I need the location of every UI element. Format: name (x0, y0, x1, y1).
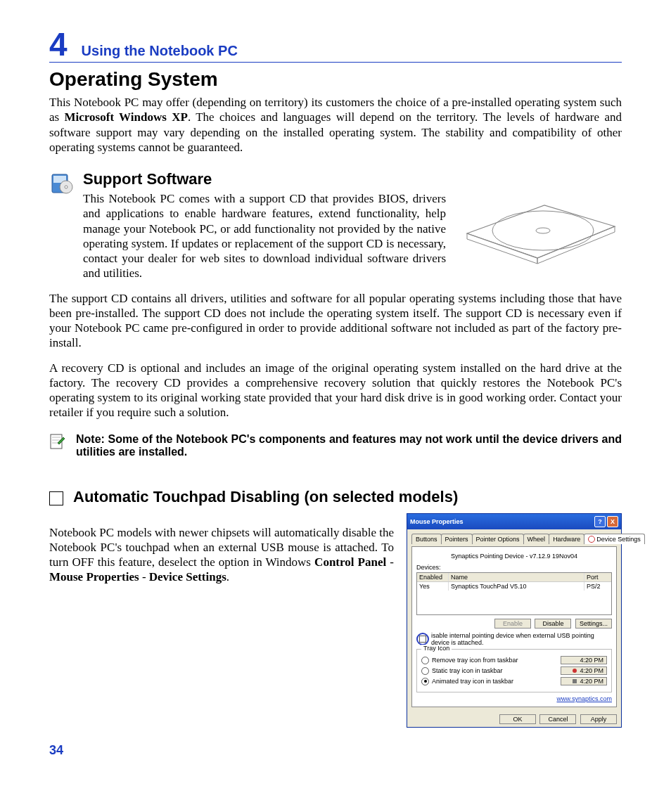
section-heading: Operating System (49, 68, 622, 91)
col-port: Port (584, 573, 611, 581)
page-number: 34 (49, 743, 622, 758)
subsection-heading: Automatic Touchpad Disabling (on selecte… (73, 488, 458, 506)
highlight-circle-icon (416, 633, 429, 645)
body-paragraph: A recovery CD is optional and includes a… (49, 361, 622, 420)
tab-pane: Synaptics Pointing Device - v7.12.9 19No… (411, 546, 617, 707)
help-button[interactable]: ? (594, 516, 606, 527)
cd-tray-illustration (460, 191, 622, 271)
col-enabled: Enabled (417, 573, 449, 581)
group-legend: Tray Icon (421, 645, 452, 652)
checkbox-label: isable internal pointing device when ext… (431, 632, 612, 646)
apply-button[interactable]: Apply (580, 714, 617, 724)
chapter-title: Using the Notebook PC (82, 43, 238, 59)
tray-option-remove[interactable]: Remove tray icon from taskbar 4:20 PM (421, 656, 607, 664)
enable-button[interactable]: Enable (494, 619, 531, 629)
close-button[interactable]: X (607, 516, 618, 527)
radio-button[interactable] (421, 667, 429, 675)
dialog-title: Mouse Properties (410, 518, 593, 525)
dialog-footer: OK Cancel Apply (407, 711, 621, 727)
radio-button[interactable] (421, 678, 429, 685)
dialog-titlebar[interactable]: Mouse Properties ? X (407, 514, 621, 529)
tray-option-static[interactable]: Static tray icon in taskbar 4:20 PM (421, 666, 607, 675)
tab-pointer-options[interactable]: Pointer Options (472, 534, 524, 545)
svg-rect-11 (573, 679, 577, 683)
checkbox[interactable] (419, 636, 426, 643)
tab-pointers[interactable]: Pointers (441, 534, 473, 545)
static-tray-icon (572, 668, 577, 674)
devices-label: Devices: (416, 564, 612, 571)
chapter-header: 4 Using the Notebook PC (49, 28, 622, 60)
chapter-number: 4 (49, 28, 68, 60)
cancel-button[interactable]: Cancel (539, 714, 576, 724)
animated-tray-icon (572, 678, 577, 684)
svg-point-10 (573, 669, 577, 673)
taskbar-preview: 4:20 PM (561, 666, 607, 675)
taskbar-preview: 4:20 PM (561, 656, 607, 664)
taskbar-preview: 4:20 PM (561, 677, 607, 685)
manual-page: 4 Using the Notebook PC Operating System… (0, 0, 671, 779)
devices-list[interactable]: Enabled Name Port Yes Synaptics TouchPad… (416, 572, 612, 615)
note-callout: Note: Some of the Notebook PC's componen… (49, 433, 622, 458)
body-paragraph: This Notebook PC comes with a support CD… (83, 191, 446, 281)
synaptics-link[interactable]: www.synaptics.com (416, 695, 612, 702)
radio-button[interactable] (421, 657, 429, 664)
software-box-icon (49, 170, 75, 195)
svg-point-7 (492, 211, 594, 250)
col-name: Name (449, 573, 584, 581)
tray-option-animated[interactable]: Animated tray icon in taskbar 4:20 PM (421, 677, 607, 685)
ok-button[interactable]: OK (499, 714, 536, 724)
svg-point-8 (536, 228, 550, 233)
tab-buttons[interactable]: Buttons (411, 534, 442, 545)
note-text: Note: Some of the Notebook PC's componen… (76, 433, 622, 458)
divider (49, 62, 622, 63)
body-paragraph: Notebook PC models with newer chipsets w… (49, 525, 394, 716)
disable-button[interactable]: Disable (535, 619, 571, 629)
note-pencil-icon (49, 433, 66, 453)
body-paragraph: This Notebook PC may offer (depending on… (49, 95, 622, 155)
disable-internal-checkbox-row[interactable]: isable internal pointing device when ext… (416, 632, 612, 646)
tab-wheel[interactable]: Wheel (523, 534, 550, 545)
device-row[interactable]: Yes Synaptics TouchPad V5.10 PS/2 (417, 582, 611, 591)
settings-button[interactable]: Settings... (575, 619, 612, 629)
mouse-properties-dialog: Mouse Properties ? X Buttons Pointers Po… (407, 513, 622, 728)
synaptics-icon (588, 536, 595, 543)
svg-point-3 (65, 186, 68, 188)
subsection-heading: Support Software (83, 170, 622, 188)
touchpad-square-icon (49, 491, 63, 505)
tray-icon-group: Tray Icon Remove tray icon from taskbar … (416, 649, 612, 692)
support-software-section: Support Software This Notebook PC comes … (49, 170, 622, 291)
tab-strip: Buttons Pointers Pointer Options Wheel H… (411, 534, 617, 545)
tab-device-settings[interactable]: Device Settings (584, 534, 645, 545)
svg-marker-5 (467, 233, 537, 264)
body-paragraph: The support CD contains all drivers, uti… (49, 291, 622, 351)
touchpad-section: Automatic Touchpad Disabling (on selecte… (49, 488, 622, 728)
tab-hardware[interactable]: Hardware (549, 534, 584, 545)
driver-version-label: Synaptics Pointing Device - v7.12.9 19No… (416, 553, 612, 560)
